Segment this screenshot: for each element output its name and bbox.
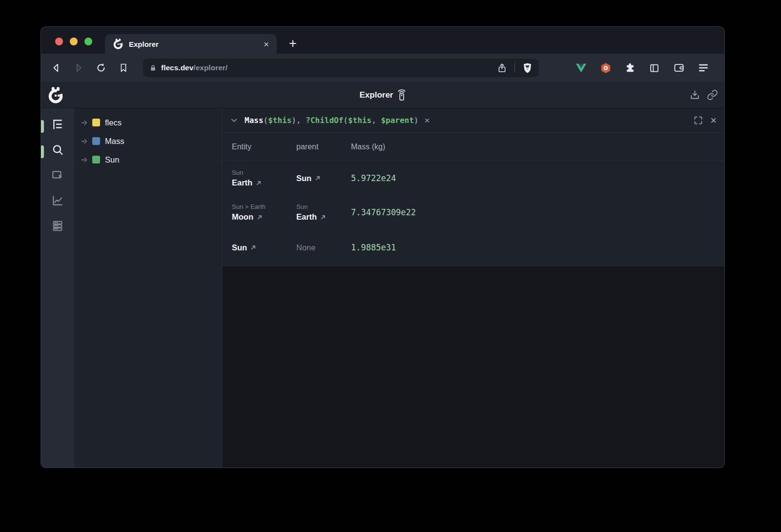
external-link-icon[interactable] — [315, 175, 321, 181]
component-color-swatch — [92, 137, 100, 145]
browser-tab-explorer[interactable]: Explorer × — [105, 34, 277, 54]
hexagon-extension-icon[interactable] — [600, 62, 611, 74]
external-link-icon[interactable] — [256, 180, 262, 186]
query-token: Mass — [245, 116, 264, 125]
table-row[interactable]: Sun None 1.9885e31 — [222, 229, 724, 266]
query-token: $parent — [381, 116, 413, 125]
zoom-window-button[interactable] — [84, 38, 92, 45]
chevron-down-icon[interactable] — [230, 116, 238, 124]
tab-close-icon[interactable]: × — [264, 40, 269, 49]
stats-panel-button[interactable] — [48, 191, 67, 210]
query-token: ( — [343, 116, 348, 125]
browser-menu-icon[interactable] — [698, 62, 709, 74]
brave-shield-icon[interactable] — [522, 62, 533, 74]
query-clear-icon[interactable]: × — [424, 116, 430, 125]
mass-cell: 7.34767309e22 — [351, 207, 724, 217]
query-results-table: Entity parent Mass (kg) Sun Earth Sun 5.… — [222, 133, 724, 266]
lock-icon — [149, 64, 157, 72]
entity-link[interactable]: Earth — [232, 178, 252, 187]
sidebar-toggle-icon[interactable] — [649, 62, 660, 74]
table-row[interactable]: Sun Earth Sun 5.9722e24 — [222, 161, 724, 195]
mass-value: 1.9885e31 — [351, 243, 724, 252]
share-icon[interactable] — [497, 63, 507, 73]
tree-item-flecs[interactable]: flecs — [74, 113, 222, 132]
entity-link[interactable]: Earth — [296, 212, 317, 222]
entity-link[interactable]: Sun — [232, 243, 247, 252]
tree-item-sun[interactable]: Sun — [74, 150, 222, 169]
mass-value: 7.34767309e22 — [351, 207, 724, 217]
vue-devtools-icon[interactable] — [575, 62, 587, 74]
expand-arrow-icon[interactable] — [81, 138, 88, 145]
query-token: $this — [268, 116, 291, 125]
bookmark-icon[interactable] — [117, 61, 130, 75]
forward-button[interactable] — [72, 61, 85, 75]
browser-toolbar: flecs.dev/explorer/ — [41, 54, 724, 82]
column-header-parent[interactable]: parent — [296, 143, 351, 151]
tree-item-mass[interactable]: Mass — [74, 132, 222, 150]
expand-arrow-icon[interactable] — [81, 156, 88, 164]
url-host: flecs.dev — [161, 63, 193, 72]
url-bar[interactable]: flecs.dev/explorer/ — [143, 59, 539, 77]
expand-fullscreen-icon[interactable] — [692, 115, 704, 126]
mass-cell: 1.9885e31 — [351, 243, 724, 252]
header-actions — [688, 89, 719, 102]
query-token: ( — [264, 116, 268, 125]
query-token: ?ChildOf — [306, 116, 343, 125]
close-window-button[interactable] — [55, 38, 63, 45]
tab-title: Explorer — [129, 40, 264, 48]
query-input[interactable]: Mass($this), ?ChildOf($this, $parent) — [245, 116, 418, 125]
tab-strip: Explorer × + — [41, 27, 724, 54]
column-header-entity[interactable]: Entity — [232, 143, 296, 151]
new-tab-button[interactable]: + — [287, 36, 299, 51]
minimize-window-button[interactable] — [70, 38, 78, 45]
extension-icons — [575, 62, 724, 74]
remote-connection-icon — [397, 89, 406, 101]
table-row[interactable]: Sun > Earth Moon Sun Earth 7.34767309e22 — [222, 195, 724, 229]
column-header-mass[interactable]: Mass (kg) — [351, 143, 724, 151]
flecs-favicon-icon — [113, 39, 123, 49]
urlbar-divider — [514, 63, 515, 73]
tree-item-label: flecs — [105, 118, 122, 127]
reload-button[interactable] — [94, 61, 108, 75]
entity-color-swatch — [92, 156, 100, 164]
mass-cell: 5.9722e24 — [351, 173, 724, 183]
external-link-icon[interactable] — [320, 214, 326, 220]
extensions-puzzle-icon[interactable] — [624, 62, 636, 74]
url-path: /explorer/ — [193, 63, 227, 72]
external-link-icon[interactable] — [250, 245, 256, 250]
search-panel-button[interactable] — [48, 141, 67, 159]
entity-link[interactable]: Moon — [232, 212, 253, 222]
browser-window: Explorer × + fle — [41, 27, 724, 468]
parent-none-value: None — [296, 243, 351, 252]
entity-tree-panel-button[interactable] — [48, 115, 67, 134]
entity-cell: Sun Earth — [232, 169, 296, 187]
entity-link[interactable]: Sun — [296, 174, 311, 183]
flecs-logo[interactable] — [47, 87, 64, 103]
entity-tree-panel: flecs Mass Sun — [74, 108, 222, 468]
entity-cell: Sun — [232, 243, 296, 252]
external-link-icon[interactable] — [257, 214, 263, 220]
query-token: ) — [414, 116, 419, 125]
inspector-panel-button[interactable] — [48, 166, 67, 184]
page-title: Explorer — [360, 90, 393, 100]
parent-parent-path: Sun — [296, 203, 351, 210]
active-panel-indicator-tree — [41, 120, 44, 133]
parent-cell: Sun — [296, 174, 351, 183]
panel-icon-strip — [41, 108, 74, 468]
expand-arrow-icon[interactable] — [81, 119, 88, 126]
parent-cell: Sun Earth — [296, 203, 351, 222]
query-close-icon[interactable]: × — [710, 115, 717, 126]
entity-parent-path: Sun — [232, 169, 296, 176]
wallet-icon[interactable] — [673, 62, 684, 74]
commands-panel-button[interactable] — [48, 217, 67, 235]
active-panel-indicator-search — [41, 145, 44, 158]
query-panel: Mass($this), ?ChildOf($this, $parent) × … — [222, 108, 724, 468]
download-icon[interactable] — [688, 89, 701, 102]
module-color-swatch — [92, 119, 100, 126]
copy-link-icon[interactable] — [706, 89, 719, 102]
parent-cell: None — [296, 243, 351, 252]
traffic-lights — [55, 38, 92, 45]
query-token: , — [371, 116, 381, 125]
entity-cell: Sun > Earth Moon — [232, 203, 296, 222]
back-button[interactable] — [49, 61, 63, 75]
